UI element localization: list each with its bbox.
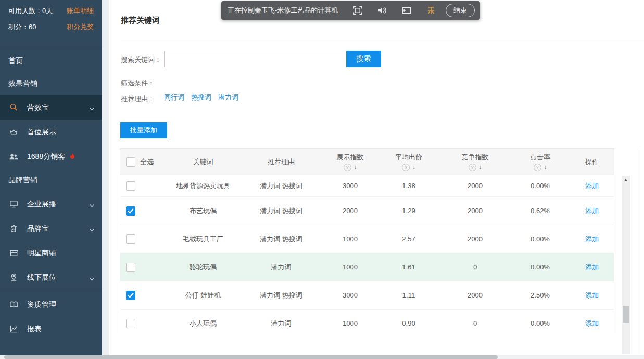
batch-add-button[interactable]: 批量添加 xyxy=(120,122,167,138)
horizontal-scroll-thumb[interactable] xyxy=(4,355,498,359)
competition-cell: 0 xyxy=(440,253,510,281)
impression-cell: 3000 xyxy=(323,175,377,196)
sort-desc-icon[interactable] xyxy=(479,164,482,171)
help-icon[interactable] xyxy=(344,164,351,171)
row-checkbox[interactable] xyxy=(126,291,135,300)
sidebar-item[interactable]: 资质管理 xyxy=(0,292,102,317)
keyword-search-input[interactable] xyxy=(164,51,353,67)
reason-cell: 潜力词 xyxy=(239,310,323,333)
sidebar-section-label: 效果营销 xyxy=(0,72,102,95)
help-icon[interactable] xyxy=(402,164,410,171)
impression-cell: 2000 xyxy=(323,197,377,225)
sidebar-item-label: 明星商铺 xyxy=(27,249,56,258)
sidebar-item[interactable]: 首页 xyxy=(0,49,102,72)
reason-cell: 潜力词 xyxy=(239,253,323,281)
sidebar-item[interactable]: 明星商铺 xyxy=(0,241,102,265)
keyword-cell: 骆驼玩偶 xyxy=(167,253,239,281)
impression-cell: 3000 xyxy=(323,281,377,309)
table-body: 地摊货源热卖玩具潜力词 热搜词30001.3820000.00%添加布艺玩偶潜力… xyxy=(120,175,614,333)
table-row: 骆驼玩偶潜力词10001.6100.00%添加 xyxy=(120,253,614,281)
sidebar-item[interactable]: 企业展播 xyxy=(0,192,102,216)
keyword-cell: 地摊货源热卖玩具 xyxy=(167,175,239,196)
keyword-cell: 布艺玩偶 xyxy=(167,197,239,225)
filter-conditions-label: 筛选条件： xyxy=(121,79,155,88)
col-header-ctr: 点击率 xyxy=(510,149,570,175)
row-checkbox[interactable] xyxy=(126,181,135,191)
reason-cell: 潜力词 热搜词 xyxy=(239,175,323,196)
fullscreen-icon[interactable] xyxy=(352,5,363,16)
row-checkbox[interactable] xyxy=(126,234,135,244)
ctr-cell: 0.00% xyxy=(510,310,570,333)
table-vertical-scrollbar[interactable]: ▲ xyxy=(622,176,630,354)
select-all-label: 全选 xyxy=(140,157,154,167)
col-header-reason: 推荐理由 xyxy=(239,149,323,175)
reason-cell: 潜力词 热搜词 xyxy=(239,281,323,309)
horizontal-scrollbar[interactable] xyxy=(0,355,644,359)
search-icon xyxy=(8,103,19,113)
annotate-icon[interactable] xyxy=(401,5,412,16)
search-keyword-label: 搜索关键词： xyxy=(121,55,161,65)
monitor-icon xyxy=(8,199,19,209)
keyword-table: 全选 关键词 推荐理由 展示指数 平均出价 竞争指数 点击率 操作 地摊货源热卖… xyxy=(120,148,614,333)
speaker-icon[interactable] xyxy=(377,5,387,16)
page-title: 推荐关键词 xyxy=(121,16,160,26)
ctr-cell: 0.62% xyxy=(510,197,570,225)
available-days-label: 可用天数：0天 xyxy=(8,6,53,16)
sidebar: 可用天数：0天 账单明细 积分：60 积分兑奖 首页效果营销营效宝首位展示168… xyxy=(0,0,102,359)
sidebar-item[interactable]: 营效宝 xyxy=(0,95,102,120)
row-checkbox[interactable] xyxy=(126,319,135,328)
ctr-cell: 2.50% xyxy=(510,281,570,309)
add-link[interactable]: 添加 xyxy=(585,319,599,328)
help-icon[interactable] xyxy=(534,164,541,171)
sidebar-item-label: 资质管理 xyxy=(27,300,56,310)
table-header: 全选 关键词 推荐理由 展示指数 平均出价 竞争指数 点击率 操作 xyxy=(120,149,614,175)
sort-desc-icon[interactable] xyxy=(544,164,547,171)
add-link[interactable]: 添加 xyxy=(585,263,599,272)
help-icon[interactable] xyxy=(469,164,476,171)
sidebar-item[interactable]: 报表 xyxy=(0,317,102,341)
sort-desc-icon[interactable] xyxy=(354,164,357,171)
search-button[interactable]: 搜索 xyxy=(346,51,381,67)
vertical-scroll-thumb[interactable] xyxy=(623,306,629,323)
stamp-icon[interactable] xyxy=(426,5,436,16)
reason-filter-link[interactable]: 同行词 xyxy=(164,93,184,102)
add-link[interactable]: 添加 xyxy=(585,206,599,216)
chevron-down-icon xyxy=(89,105,95,111)
scroll-up-arrow-icon[interactable]: ▲ xyxy=(622,176,630,184)
points-label: 积分：60 xyxy=(8,22,36,32)
sidebar-item-label: 品牌宝 xyxy=(27,224,49,233)
book-icon xyxy=(8,300,19,310)
sidebar-item[interactable]: 首位展示 xyxy=(0,120,102,144)
end-session-button[interactable]: 结束 xyxy=(446,4,475,17)
bid-cell: 2.57 xyxy=(377,225,440,253)
row-checkbox[interactable] xyxy=(126,263,135,272)
sort-desc-icon[interactable] xyxy=(412,164,415,171)
bid-cell: 0.90 xyxy=(377,310,440,333)
remote-control-bar: 正在控制秦玉飞-米修工艺品的计算机 结束 xyxy=(221,1,480,20)
reason-filter-label: 推荐理由： xyxy=(121,94,155,104)
select-all-checkbox[interactable] xyxy=(126,157,135,167)
sidebar-item[interactable]: 1688分销客 xyxy=(0,144,102,169)
table-row: 小人玩偶潜力词10000.9000.00%添加 xyxy=(120,310,614,333)
bid-cell: 1.38 xyxy=(377,175,440,196)
col-header-keyword: 关键词 xyxy=(167,149,239,175)
chevron-down-icon xyxy=(89,275,95,281)
badge-icon xyxy=(8,224,19,234)
reason-cell: 潜力词 热搜词 xyxy=(239,197,323,225)
bid-cell: 1.29 xyxy=(377,197,440,225)
chart-icon xyxy=(8,324,19,335)
users-icon xyxy=(8,152,19,162)
reason-filter-link[interactable]: 热搜词 xyxy=(191,93,211,102)
sidebar-item-label: 营效宝 xyxy=(27,103,49,113)
sidebar-item[interactable]: 品牌宝 xyxy=(0,216,102,241)
reason-filter-link[interactable]: 潜力词 xyxy=(218,93,238,102)
add-link[interactable]: 添加 xyxy=(585,291,599,300)
sidebar-item[interactable]: 线下展位 xyxy=(0,265,102,290)
sidebar-item-label: 首页 xyxy=(8,56,23,66)
table-right-border xyxy=(640,148,640,354)
points-redeem-link[interactable]: 积分兑奖 xyxy=(67,22,94,32)
add-link[interactable]: 添加 xyxy=(585,234,599,244)
row-checkbox[interactable] xyxy=(126,206,135,216)
bill-detail-link[interactable]: 账单明细 xyxy=(67,6,94,16)
add-link[interactable]: 添加 xyxy=(585,181,599,191)
